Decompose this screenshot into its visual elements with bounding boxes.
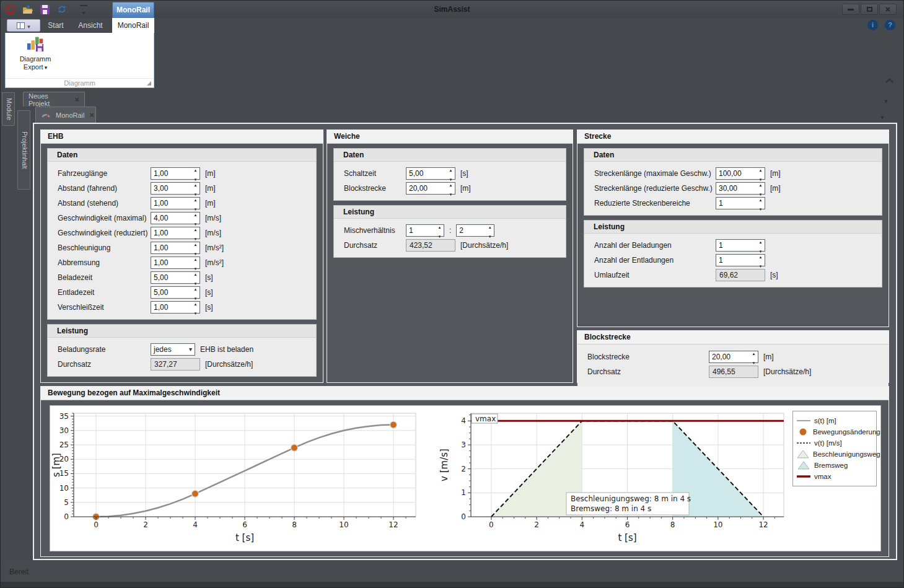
close-tab-icon[interactable] [74, 95, 79, 104]
spinbox[interactable]: 20,00 [709, 351, 758, 363]
spinbox[interactable]: 100,00 [716, 167, 765, 180]
spinbox-value[interactable]: 3,00 [151, 183, 191, 194]
spin-up-icon[interactable] [449, 180, 453, 188]
spinbox-value[interactable]: 1,00 [151, 227, 191, 239]
field-unit: [s] [770, 271, 778, 279]
spinbox[interactable]: 20,00 [406, 182, 455, 195]
svg-text:10: 10 [59, 484, 69, 493]
collapse-ribbon-icon[interactable] [887, 77, 893, 84]
open-file-icon[interactable] [22, 4, 33, 15]
spinbox[interactable]: 30,00 [716, 182, 765, 195]
spinbox[interactable]: 3,00 [151, 182, 200, 195]
spinbox[interactable]: 1 [716, 197, 765, 209]
spinbox[interactable]: 5,00 [406, 167, 455, 180]
spin-up-icon[interactable] [194, 209, 198, 218]
maximize-button[interactable] [861, 4, 878, 15]
spin-up-icon[interactable] [438, 222, 442, 230]
spin-up-icon[interactable] [759, 252, 763, 260]
spinbox[interactable]: 1,00 [151, 301, 200, 314]
spinbox[interactable]: 1,00 [151, 257, 200, 269]
spin-down-icon[interactable] [752, 358, 756, 366]
spinbox-value[interactable]: 2 [457, 225, 486, 236]
spin-down-icon[interactable] [194, 308, 198, 317]
spinbox[interactable]: 1 [406, 224, 444, 237]
spinbox-value[interactable]: 1,00 [151, 302, 191, 313]
app-logo-icon[interactable] [4, 4, 15, 15]
spin-down-icon[interactable] [759, 204, 763, 213]
spin-down-icon[interactable] [488, 231, 492, 240]
spinbox-value[interactable]: 1 [716, 198, 757, 209]
spinbox[interactable]: 1,00 [151, 197, 200, 209]
spinbox[interactable]: 5,00 [151, 271, 200, 284]
spinbox-value[interactable]: 20,00 [406, 183, 447, 194]
sidebar-tab-projektinhalt[interactable]: Projektinhalt [17, 110, 30, 190]
spin-down-icon[interactable] [759, 261, 763, 270]
spin-down-icon[interactable] [438, 231, 442, 240]
spinbox-value[interactable]: 30,00 [716, 183, 757, 194]
spinbox[interactable]: 1 [716, 239, 765, 252]
spinbox-value[interactable]: 1 [716, 240, 757, 251]
spinbox-value[interactable]: 1 [716, 255, 757, 266]
spinbox-value[interactable]: 1,00 [151, 168, 191, 179]
spinbox-value[interactable]: 1,00 [151, 257, 191, 268]
svg-text:v [m/s]: v [m/s] [439, 449, 450, 481]
spinbox-value[interactable]: 1,00 [151, 198, 191, 209]
field-unit: [m] [205, 169, 216, 178]
field-unit: [m] [205, 199, 216, 208]
spin-up-icon[interactable] [488, 222, 492, 230]
close-tab-icon[interactable] [89, 110, 94, 120]
spinbox[interactable]: 1,00 [151, 227, 200, 239]
spinbox[interactable]: 1,00 [151, 242, 200, 254]
spin-up-icon[interactable] [752, 348, 756, 357]
spin-up-icon[interactable] [759, 180, 763, 188]
tab-monorail[interactable]: MonoRail [112, 18, 154, 33]
spin-up-icon[interactable] [194, 165, 198, 173]
spinbox[interactable]: 1 [716, 254, 765, 266]
document-tab-neues-projekt[interactable]: Neues Projekt [23, 92, 85, 107]
close-button[interactable] [879, 4, 897, 15]
spin-up-icon[interactable] [194, 224, 198, 233]
application-menu-button[interactable] [7, 19, 40, 32]
spin-down-icon[interactable] [449, 189, 453, 198]
spinbox-value[interactable]: 4,00 [151, 213, 191, 224]
spin-up-icon[interactable] [759, 237, 763, 245]
spinbox-value[interactable]: 5,00 [151, 272, 191, 283]
beladungsrate-dropdown[interactable]: jedes [151, 343, 195, 356]
spinbox[interactable]: 1,00 [151, 167, 200, 180]
spinbox-value[interactable]: 5,00 [406, 168, 447, 179]
save-icon[interactable] [39, 4, 50, 15]
tab-ansicht[interactable]: Ansicht [72, 18, 108, 33]
spinbox-value[interactable]: 20,00 [709, 351, 750, 362]
spinbox[interactable]: 2 [456, 224, 494, 237]
spinbox-value[interactable]: 1 [406, 225, 436, 236]
tab-list-dropdown-icon[interactable] [882, 95, 890, 106]
spin-up-icon[interactable] [449, 165, 453, 173]
spin-up-icon[interactable] [194, 269, 198, 278]
spinbox-value[interactable]: 5,00 [151, 287, 191, 298]
diagramm-export-button[interactable]: Diagramm Export [11, 34, 60, 76]
spin-up-icon[interactable] [194, 284, 198, 292]
spin-up-icon[interactable] [759, 165, 763, 173]
spin-up-icon[interactable] [194, 254, 198, 263]
tab-start[interactable]: Start [42, 18, 70, 33]
spin-up-icon[interactable] [194, 195, 198, 203]
document-tab-monorail[interactable]: MonoRail [35, 107, 96, 123]
spin-up-icon[interactable] [194, 180, 198, 188]
tab-list-dropdown-icon[interactable] [878, 111, 887, 122]
spinbox[interactable]: 5,00 [151, 286, 200, 299]
spin-up-icon[interactable] [194, 299, 198, 307]
spin-up-icon[interactable] [759, 195, 763, 203]
spinbox-value[interactable]: 1,00 [151, 242, 191, 253]
refresh-icon[interactable] [56, 4, 68, 15]
sidebar-tab-module[interactable]: Module [2, 92, 15, 126]
customize-toolbar-icon[interactable] [80, 5, 87, 14]
dialog-launcher-icon[interactable] [147, 81, 151, 86]
panel-blockstrecke: Blockstrecke Blockstrecke20,00[m] Durchs… [577, 330, 889, 383]
field-label: Streckenlänge (maximale Geschw.) [594, 169, 716, 178]
minimize-button[interactable] [842, 4, 859, 15]
spinbox-value[interactable]: 100,00 [716, 168, 757, 179]
spin-up-icon[interactable] [194, 239, 198, 248]
help-icon[interactable]: ? [885, 20, 895, 30]
info-icon[interactable]: i [867, 20, 878, 30]
spinbox[interactable]: 4,00 [151, 212, 200, 224]
